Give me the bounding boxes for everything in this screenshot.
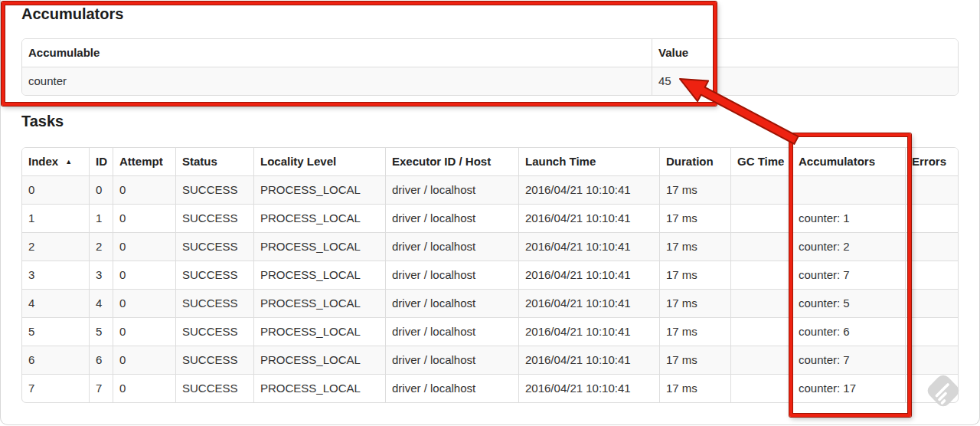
table-cell: 2016/04/21 10:10:41	[518, 261, 659, 289]
table-cell: counter: 5	[792, 289, 905, 317]
table-row: 220SUCCESSPROCESS_LOCALdriver / localhos…	[22, 232, 958, 261]
table-row: 330SUCCESSPROCESS_LOCALdriver / localhos…	[22, 261, 958, 289]
table-cell: 5	[89, 317, 113, 346]
table-cell: SUCCESS	[175, 374, 253, 402]
table-cell: PROCESS_LOCAL	[253, 346, 385, 374]
accumulators-column-header[interactable]: Accumulators	[792, 148, 905, 175]
table-cell: counter: 7	[792, 261, 905, 289]
table-cell: 6	[22, 346, 89, 374]
table-cell	[730, 232, 792, 261]
table-cell: PROCESS_LOCAL	[253, 175, 385, 204]
table-cell: 0	[113, 374, 175, 402]
table-cell: 17 ms	[659, 374, 730, 402]
table-row: 550SUCCESSPROCESS_LOCALdriver / localhos…	[22, 317, 958, 346]
index-column-header[interactable]: Index▲	[22, 148, 89, 175]
table-cell: driver / localhost	[385, 289, 518, 317]
table-row: 110SUCCESSPROCESS_LOCALdriver / localhos…	[22, 204, 958, 232]
table-cell: 17 ms	[659, 289, 730, 317]
table-cell: 5	[22, 317, 89, 346]
duration-column-header[interactable]: Duration	[659, 148, 730, 175]
table-cell	[905, 232, 958, 261]
table-cell: 7	[89, 374, 113, 402]
table-cell: SUCCESS	[175, 232, 253, 261]
table-cell	[730, 175, 792, 204]
table-row: 000SUCCESSPROCESS_LOCALdriver / localhos…	[22, 175, 958, 204]
table-cell: 2016/04/21 10:10:41	[518, 317, 659, 346]
table-cell: 17 ms	[659, 232, 730, 261]
launch-time-column-header[interactable]: Launch Time	[518, 148, 659, 175]
id-column-header[interactable]: ID	[89, 148, 113, 175]
table-cell: SUCCESS	[175, 204, 253, 232]
table-cell	[730, 374, 792, 402]
table-cell: 2	[22, 232, 89, 261]
spark-ui-page: Accumulators Accumulable Value counter45…	[0, 0, 980, 426]
table-cell: PROCESS_LOCAL	[253, 289, 385, 317]
table-cell: counter: 2	[792, 232, 905, 261]
table-cell: 0	[113, 261, 175, 289]
table-cell: PROCESS_LOCAL	[253, 261, 385, 289]
table-cell: counter	[22, 67, 652, 95]
table-cell: PROCESS_LOCAL	[253, 232, 385, 261]
table-cell: 1	[22, 204, 89, 232]
table-cell: driver / localhost	[385, 346, 518, 374]
table-cell	[792, 175, 905, 204]
table-cell	[730, 317, 792, 346]
locality-level-column-header[interactable]: Locality Level	[253, 148, 385, 175]
tasks-header-row: Index▲ ID Attempt Status Locality Level …	[22, 148, 958, 175]
tasks-section-title: Tasks	[21, 113, 64, 130]
table-cell: PROCESS_LOCAL	[253, 317, 385, 346]
table-cell: 17 ms	[659, 346, 730, 374]
table-cell: 3	[89, 261, 113, 289]
table-cell: 4	[89, 289, 113, 317]
table-cell: 17 ms	[659, 204, 730, 232]
errors-column-header[interactable]: Errors	[905, 148, 958, 175]
table-cell: driver / localhost	[385, 204, 518, 232]
table-cell: 17 ms	[659, 261, 730, 289]
table-cell: 2016/04/21 10:10:41	[518, 289, 659, 317]
table-cell	[905, 289, 958, 317]
table-cell: 0	[113, 346, 175, 374]
table-cell: 0	[22, 175, 89, 204]
accumulable-column-header[interactable]: Accumulable	[22, 39, 652, 67]
table-cell: driver / localhost	[385, 175, 518, 204]
table-cell	[905, 374, 958, 402]
table-row: 770SUCCESSPROCESS_LOCALdriver / localhos…	[22, 374, 958, 402]
accumulators-table: Accumulable Value counter45	[21, 38, 959, 96]
gc-time-column-header[interactable]: GC Time	[730, 148, 792, 175]
table-cell	[905, 346, 958, 374]
table-cell: counter: 1	[792, 204, 905, 232]
table-cell	[730, 204, 792, 232]
tasks-table: Index▲ ID Attempt Status Locality Level …	[21, 147, 959, 403]
table-cell: SUCCESS	[175, 261, 253, 289]
table-cell: SUCCESS	[175, 289, 253, 317]
table-cell: 2016/04/21 10:10:41	[518, 374, 659, 402]
table-cell: 6	[89, 346, 113, 374]
table-cell	[730, 261, 792, 289]
table-cell: 0	[113, 204, 175, 232]
table-cell: 45	[652, 67, 958, 95]
index-column-label: Index	[28, 155, 58, 168]
table-cell: 2	[89, 232, 113, 261]
table-cell	[905, 175, 958, 204]
table-cell	[905, 261, 958, 289]
accumulators-section-title: Accumulators	[21, 5, 123, 23]
value-column-header[interactable]: Value	[652, 39, 958, 67]
table-cell: 0	[113, 175, 175, 204]
table-row: 660SUCCESSPROCESS_LOCALdriver / localhos…	[22, 346, 958, 374]
attempt-column-header[interactable]: Attempt	[113, 148, 175, 175]
table-cell: PROCESS_LOCAL	[253, 204, 385, 232]
table-cell: 0	[113, 289, 175, 317]
status-column-header[interactable]: Status	[175, 148, 253, 175]
table-cell: counter: 17	[792, 374, 905, 402]
table-cell: 1	[89, 204, 113, 232]
table-cell: counter: 6	[792, 317, 905, 346]
table-cell: SUCCESS	[175, 175, 253, 204]
table-cell: driver / localhost	[385, 374, 518, 402]
table-cell: 2016/04/21 10:10:41	[518, 204, 659, 232]
table-cell: PROCESS_LOCAL	[253, 374, 385, 402]
sort-ascending-icon: ▲	[65, 158, 72, 165]
table-cell	[905, 204, 958, 232]
table-cell: driver / localhost	[385, 261, 518, 289]
executor-id-host-column-header[interactable]: Executor ID / Host	[385, 148, 518, 175]
table-cell: 3	[22, 261, 89, 289]
